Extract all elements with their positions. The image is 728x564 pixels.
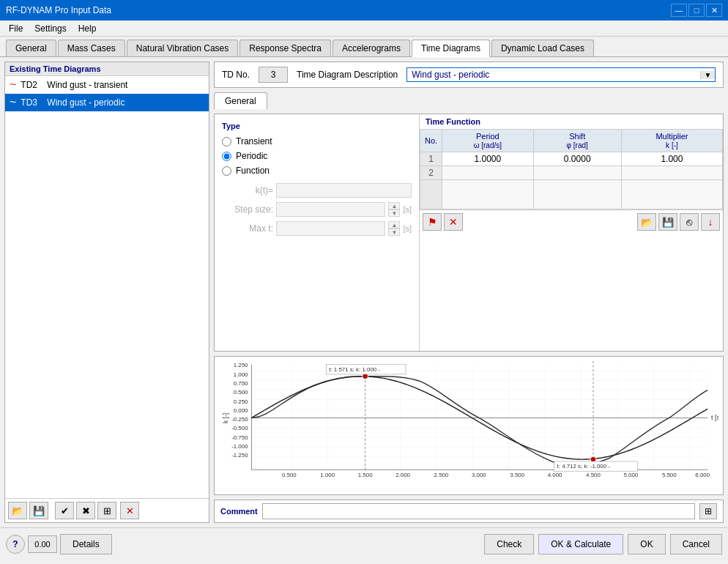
type-transient[interactable]: Transient: [222, 136, 412, 146]
svg-rect-0: [251, 365, 707, 470]
svg-text:0.500: 0.500: [234, 389, 248, 396]
row2-multiplier[interactable]: [621, 166, 722, 180]
row1-shift[interactable]: 0.0000: [533, 152, 621, 166]
step-label: Step size:: [222, 204, 273, 215]
tab-dynamic-load-cases[interactable]: Dynamic Load Cases: [491, 40, 594, 56]
disabled-section: k(t)= Step size: ▲ ▼ [s]: [222, 183, 412, 236]
type-label: Type: [222, 122, 412, 130]
delete-icon: ✕: [126, 505, 134, 516]
comment-action-button[interactable]: ⊞: [699, 503, 717, 519]
row1-multiplier[interactable]: 1.000: [621, 152, 722, 166]
step-input: [276, 202, 385, 217]
copy-td-button[interactable]: ✔: [55, 502, 74, 519]
type-function-row: Type Transient Periodic Function: [215, 114, 723, 351]
kt-input: [276, 183, 412, 198]
list-item-td3[interactable]: ~ TD3 Wind gust - periodic: [5, 94, 209, 111]
type-periodic-label: Periodic: [236, 151, 267, 161]
export-button[interactable]: ⎋: [680, 213, 699, 231]
menu-help[interactable]: Help: [73, 22, 103, 35]
left-panel: Existing Time Diagrams ~ TD2 Wind gust -…: [4, 62, 209, 523]
info-button[interactable]: ?: [6, 535, 25, 554]
cancel-button[interactable]: Cancel: [670, 534, 722, 554]
svg-text:t: 4.712 s; k: -1.000 -: t: 4.712 s; k: -1.000 -: [557, 464, 611, 470]
kt-row: k(t)=: [222, 183, 412, 198]
td-desc-dropdown[interactable]: ▼: [700, 71, 715, 79]
menu-file[interactable]: File: [3, 22, 29, 35]
svg-text:-1.250: -1.250: [231, 452, 248, 459]
menu-settings[interactable]: Settings: [29, 22, 72, 35]
title-bar-buttons: — □ ✕: [671, 4, 722, 17]
tab-natural-vibration[interactable]: Natural Vibration Cases: [127, 40, 239, 56]
table-toolbar-right: 📂 💾 ⎋ ↓: [637, 213, 720, 231]
title-bar: RF-DYNAM Pro Input Data — □ ✕: [0, 0, 728, 21]
import-button[interactable]: ↓: [701, 213, 720, 231]
left-bottom-toolbar: 📂 💾 ✔ ✖ ⊞ ✕: [5, 498, 209, 522]
tf-table: No. Periodω [rad/s] Shiftφ [rad] Multipl…: [420, 129, 723, 209]
reorganize-td-button[interactable]: ⊞: [97, 502, 116, 519]
rename-td-button[interactable]: ✖: [76, 502, 95, 519]
general-content: Type Transient Periodic Function: [214, 114, 724, 352]
step-up: ▲: [388, 202, 400, 209]
radio-periodic[interactable]: [222, 152, 231, 161]
maxt-row: Max t: ▲ ▼ [s]: [222, 221, 412, 236]
tab-bar: General Mass Cases Natural Vibration Cas…: [0, 37, 728, 57]
ok-calculate-button[interactable]: OK & Calculate: [538, 534, 623, 554]
maxt-down: ▼: [388, 229, 400, 236]
save-td-button[interactable]: 💾: [29, 502, 48, 519]
svg-text:1.500: 1.500: [358, 472, 373, 478]
tab-inner-general[interactable]: General: [214, 92, 267, 109]
tab-response-spectra[interactable]: Response Spectra: [239, 40, 331, 56]
check-button[interactable]: Check: [484, 534, 534, 554]
tf-header: Time Function: [420, 114, 723, 129]
save-table-button[interactable]: 💾: [658, 213, 677, 231]
row2-shift[interactable]: [533, 166, 621, 180]
svg-text:2.500: 2.500: [434, 472, 449, 478]
comment-section: Comment ⊞: [214, 500, 724, 523]
add-row-button[interactable]: ⚑: [423, 213, 442, 231]
svg-text:-0.250: -0.250: [231, 416, 248, 423]
comment-action-icon: ⊞: [705, 506, 712, 516]
svg-text:1.250: 1.250: [234, 363, 248, 369]
comment-input[interactable]: [262, 503, 695, 519]
row1-period[interactable]: 1.0000: [442, 152, 533, 166]
td2-icon: ~: [10, 78, 16, 92]
table-row: 1 1.0000 0.0000 1.000: [420, 152, 723, 166]
row1-no: 1: [420, 152, 442, 166]
tab-mass-cases[interactable]: Mass Cases: [58, 40, 125, 56]
maximize-button[interactable]: □: [688, 4, 705, 17]
tab-time-diagrams[interactable]: Time Diagrams: [412, 40, 490, 57]
type-periodic[interactable]: Periodic: [222, 151, 412, 161]
row2-period[interactable]: [442, 166, 533, 180]
radio-transient[interactable]: [222, 137, 231, 146]
window-title: RF-DYNAM Pro Input Data: [6, 5, 671, 15]
td-header: TD No. 3 Time Diagram Description ▼: [214, 62, 724, 88]
table-toolbar-left: ⚑ ✕: [423, 213, 463, 231]
svg-text:6.000: 6.000: [695, 472, 710, 478]
table-row: 2: [420, 166, 723, 180]
col-shift-unit: φ [rad]: [567, 141, 588, 149]
save-table-icon: 💾: [662, 217, 674, 228]
chart-area: 1.250 1.000 0.750 0.500 0.250 0.000 -0.2…: [214, 356, 724, 495]
close-button[interactable]: ✕: [706, 4, 722, 17]
export-icon: ⎋: [686, 216, 692, 228]
rename-icon: ✖: [82, 505, 90, 516]
radio-function[interactable]: [222, 166, 231, 176]
step-row: Step size: ▲ ▼ [s]: [222, 202, 412, 217]
ok-button[interactable]: OK: [628, 534, 665, 554]
list-item-td2[interactable]: ~ TD2 Wind gust - transient: [5, 76, 209, 94]
type-function[interactable]: Function: [222, 166, 412, 176]
delete-td-button[interactable]: ✕: [120, 502, 139, 519]
tab-accelerograms[interactable]: Accelerograms: [333, 40, 410, 56]
minimize-button[interactable]: —: [671, 4, 687, 17]
table-toolbar: ⚑ ✕ 📂 💾: [420, 209, 723, 234]
zero-button[interactable]: 0.00: [28, 535, 57, 553]
details-button[interactable]: Details: [60, 534, 112, 554]
open-button[interactable]: 📂: [637, 213, 656, 231]
new-td-button[interactable]: 📂: [8, 502, 27, 519]
maxt-input: [276, 221, 385, 236]
delete-row-button[interactable]: ✕: [444, 213, 463, 231]
type-panel: Type Transient Periodic Function: [215, 114, 420, 351]
svg-text:2.000: 2.000: [395, 472, 410, 478]
tab-general[interactable]: General: [6, 40, 56, 56]
td-desc-input[interactable]: [407, 68, 700, 81]
